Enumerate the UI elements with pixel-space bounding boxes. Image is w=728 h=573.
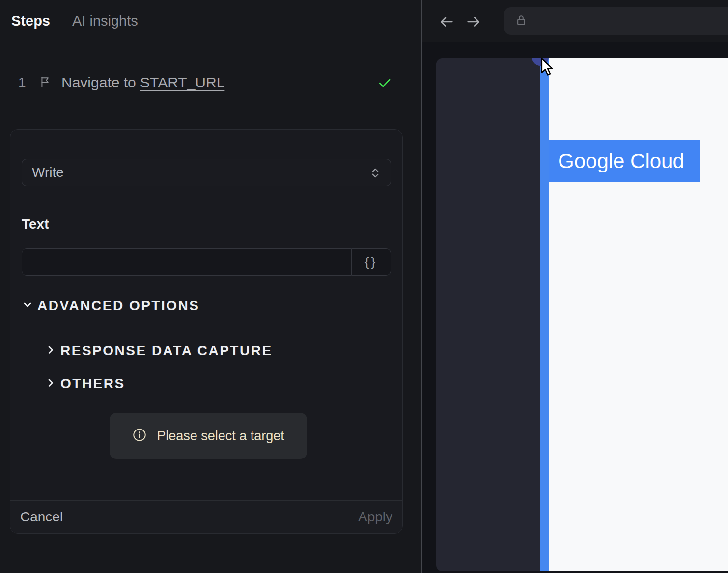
step-number: 1 — [18, 75, 26, 90]
chevron-right-icon — [45, 344, 56, 358]
others-toggle[interactable]: OTHERS — [45, 375, 125, 392]
response-data-capture-toggle[interactable]: RESPONSE DATA CAPTURE — [45, 343, 273, 359]
tab-steps[interactable]: Steps — [11, 13, 50, 29]
step-editor-card: Write Text {} ADVAN — [10, 129, 403, 534]
command-select[interactable]: Write — [22, 159, 391, 186]
text-input-group: {} — [22, 248, 391, 276]
google-cloud-link[interactable]: Google Cloud — [549, 140, 700, 182]
chevrons-up-down-icon — [369, 167, 382, 181]
editor-footer: Cancel Apply — [10, 500, 402, 533]
steps-panel: Steps AI insights 1 Navigate to START_UR… — [0, 0, 421, 573]
command-select-value: Write — [32, 165, 64, 180]
lock-icon — [514, 13, 529, 29]
app-window: Steps AI insights 1 Navigate to START_UR… — [0, 0, 728, 573]
page-highlight-strip — [540, 58, 549, 571]
arrow-left-icon[interactable] — [438, 13, 455, 32]
select-target-hint: Please select a target — [110, 413, 307, 459]
chevron-right-icon — [45, 377, 56, 391]
browser-panel: Google Cloud — [421, 0, 728, 573]
browser-toolbar — [421, 0, 728, 42]
advanced-options-toggle[interactable]: ADVANCED OPTIONS — [22, 297, 199, 314]
insert-variable-button[interactable]: {} — [352, 248, 391, 276]
apply-button[interactable]: Apply — [358, 509, 392, 525]
tab-ai-insights[interactable]: AI insights — [72, 13, 138, 29]
text-field-label: Text — [22, 216, 49, 232]
address-bar[interactable] — [504, 7, 728, 35]
advanced-options-label: ADVANCED OPTIONS — [37, 298, 199, 314]
panel-divider — [421, 0, 422, 573]
check-icon — [377, 75, 392, 92]
google-cloud-label: Google Cloud — [558, 149, 684, 173]
info-icon — [132, 428, 147, 444]
response-data-capture-label: RESPONSE DATA CAPTURE — [60, 343, 273, 359]
arrow-right-icon[interactable] — [465, 13, 482, 32]
step-label: Navigate to START_URL — [61, 74, 224, 91]
left-tab-bar: Steps AI insights — [0, 0, 421, 42]
flag-icon — [39, 76, 52, 90]
chevron-down-icon — [22, 299, 33, 313]
cancel-button[interactable]: Cancel — [20, 509, 63, 525]
select-target-hint-text: Please select a target — [157, 429, 284, 444]
cursor-arrow-icon — [540, 58, 556, 78]
text-input[interactable] — [22, 248, 352, 276]
step-target-link: START_URL — [140, 74, 224, 90]
step-row[interactable]: 1 Navigate to START_URL — [0, 71, 421, 94]
page-preview: Google Cloud — [436, 58, 728, 571]
footer-divider — [21, 484, 391, 484]
page-content-area — [549, 58, 728, 571]
others-label: OTHERS — [60, 376, 125, 392]
